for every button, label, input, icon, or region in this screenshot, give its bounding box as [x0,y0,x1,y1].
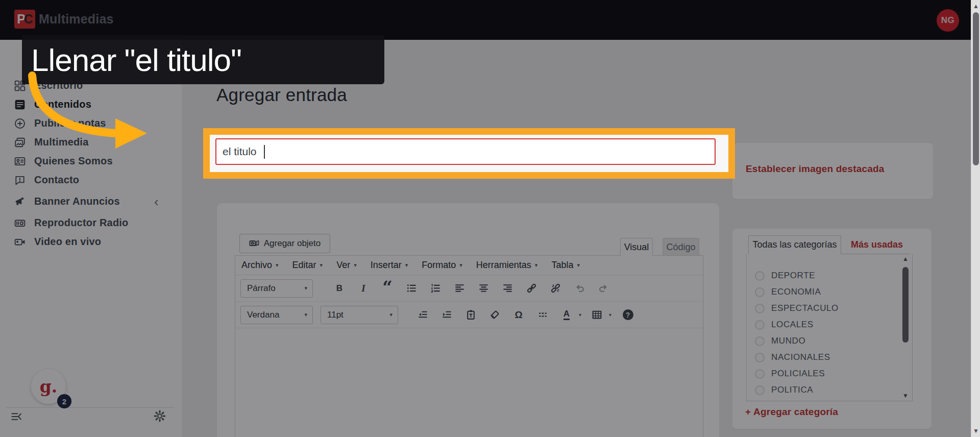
post-title-input[interactable] [215,138,716,165]
menu-insertar[interactable]: Insertar▾ [371,260,408,271]
menu-editar[interactable]: Editar▾ [292,260,323,271]
font-size-select[interactable]: 11pt ▾ [321,306,398,324]
omega-icon: Ω [514,309,522,321]
menu-herramientas[interactable]: Herramientas▾ [476,260,538,271]
tab-all-categories[interactable]: Todas las categorías [748,235,841,254]
tab-most-used[interactable]: Más usadas [851,235,903,254]
category-checkbox[interactable] [755,385,765,395]
redo-button[interactable] [596,281,611,296]
category-checkbox[interactable] [755,336,765,346]
chevron-collapse-icon[interactable]: ‹ [154,194,159,210]
help-icon: ? [623,309,633,320]
add-category-link[interactable]: + Agregar categoría [745,406,838,418]
text-cursor [264,145,265,159]
category-checkbox[interactable] [755,304,765,313]
page-title: Agregar entrada [216,85,347,105]
megaphone-icon [14,196,26,207]
category-checkbox[interactable] [755,320,765,330]
category-row[interactable]: POLICIALES [747,366,912,382]
menu-label: Formato [422,260,456,271]
blockquote-button[interactable]: “ [380,281,395,296]
link-icon [526,283,537,294]
scroll-down-icon[interactable]: ▼ [973,428,979,434]
align-center-button[interactable] [476,281,491,296]
category-label: ECONOMIA [771,287,821,297]
chevron-down-icon: ▾ [354,262,357,268]
align-right-icon [502,283,513,294]
editor-panel: Agregar objeto Visual Código Archivo▾ Ed… [217,203,719,437]
category-row[interactable]: NACIONALES [747,349,912,366]
menu-ver[interactable]: Ver▾ [336,260,357,271]
category-row[interactable]: ESPECTACULO [747,300,912,317]
sidebar-item-banner-anuncios[interactable]: Banner Anuncios ‹ [0,192,182,211]
category-row[interactable]: DEPORTE [747,268,912,284]
sidebar-item-contacto[interactable]: Contacto [0,171,182,189]
help-button[interactable]: ? [620,307,635,323]
indent-icon [442,309,452,320]
scrollbar-thumb[interactable] [902,267,909,343]
menu-archivo[interactable]: Archivo▾ [241,260,279,271]
undo-button[interactable] [572,281,587,296]
settings-button[interactable] [154,410,166,422]
paste-as-text-button[interactable] [463,307,478,323]
scroll-up-icon[interactable]: ▲ [973,3,979,9]
app-window: PC Multimedias NG Escritorio Contenidos [0,0,980,437]
chevron-down-icon: ▾ [276,262,279,268]
italic-button[interactable]: I [356,281,371,296]
remove-link-button[interactable] [548,281,563,296]
scrollbar-thumb[interactable] [973,12,979,165]
align-left-button[interactable] [452,281,467,296]
category-row[interactable]: POLITICA [747,382,912,398]
categories-scrollbar[interactable]: ▲ ▼ [901,256,910,399]
bold-button[interactable]: B [332,281,347,296]
numbered-list-button[interactable] [428,281,443,296]
menu-label: Herramientas [476,260,531,271]
menu-formato[interactable]: Formato▾ [422,260,462,271]
category-row[interactable]: MUNDO [747,333,912,349]
category-checkbox[interactable] [755,271,765,281]
featured-image-panel: Establecer imagen destacada [732,143,933,199]
collapse-menu-icon [10,410,23,423]
chevron-down-icon[interactable]: ▾ [579,312,581,318]
chevron-down-icon: ▾ [304,285,307,291]
editor-content-area[interactable] [235,328,703,437]
logo-text: Multimedias [39,12,114,27]
paragraph-format-select[interactable]: Párrafo ▾ [240,279,313,298]
chevron-down-icon[interactable]: ▾ [609,312,611,318]
special-character-button[interactable]: Ω [511,307,526,323]
outdent-button[interactable] [415,307,430,323]
collapse-menu-button[interactable] [10,410,23,423]
category-checkbox[interactable] [755,287,765,297]
align-right-button[interactable] [500,281,515,296]
table-button[interactable] [589,307,604,323]
menu-tabla[interactable]: Tabla▾ [551,260,580,271]
scroll-up-icon[interactable]: ▲ [902,256,909,262]
tab-code[interactable]: Código [663,238,699,256]
read-more-button[interactable] [535,307,550,323]
category-checkbox[interactable] [755,353,765,362]
category-row[interactable]: LOCALES [747,317,912,333]
page-scrollbar[interactable]: ▲ ▼ [971,0,980,437]
set-featured-image-link[interactable]: Establecer imagen destacada [746,163,885,175]
numbered-list-icon [430,283,441,294]
font-family-select[interactable]: Verdana ▾ [240,306,313,324]
add-media-button[interactable]: Agregar objeto [239,234,330,253]
tab-visual[interactable]: Visual [620,238,653,256]
size-select-value: 11pt [327,310,344,320]
gear-icon [154,410,166,422]
site-logo[interactable]: PC Multimedias [14,10,114,29]
menu-label: Insertar [371,260,402,271]
insert-link-button[interactable] [524,281,539,296]
clear-formatting-button[interactable] [487,307,502,323]
redo-icon [598,283,609,294]
text-color-button[interactable]: A [559,307,574,323]
sidebar-item-video-en-vivo[interactable]: Video en vivo [0,232,182,251]
indent-button[interactable] [439,307,454,323]
bullet-list-button[interactable] [404,281,419,296]
category-checkbox[interactable] [755,369,765,379]
user-avatar[interactable]: NG [937,9,959,32]
scroll-down-icon[interactable]: ▼ [902,393,909,399]
sidebar-item-reproductor-radio[interactable]: Reproductor Radio [0,213,182,232]
unlink-icon [550,283,561,294]
category-row[interactable]: ECONOMIA [747,284,912,300]
